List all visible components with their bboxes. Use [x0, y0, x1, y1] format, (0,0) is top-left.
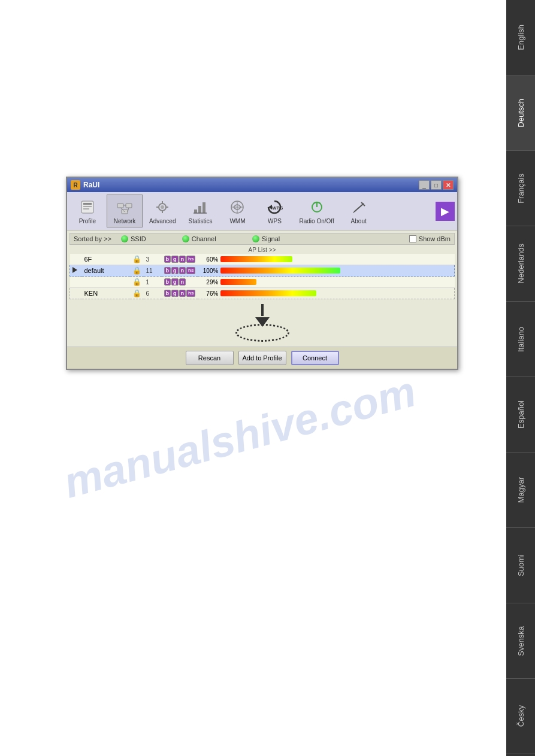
proto-n: n [179, 278, 186, 286]
show-dbm-checkbox[interactable] [409, 235, 416, 242]
about-icon [349, 198, 368, 217]
next-arrow-button[interactable]: ▶ [436, 202, 455, 221]
advanced-label: Advanced [149, 218, 176, 224]
row-signal-cell: 76% [198, 288, 454, 299]
row-channel: 11 [144, 265, 162, 277]
lang-tab-italiano[interactable]: Italiano [506, 302, 535, 377]
proto-g: g [171, 256, 179, 263]
row-indicator [70, 265, 82, 277]
connect-button[interactable]: Connect [291, 351, 339, 365]
lang-tab-cesky[interactable]: Česky [506, 679, 535, 754]
lang-label-italiano: Italiano [516, 327, 525, 352]
show-dbm-option[interactable]: Show dBm [409, 235, 451, 242]
profile-label: Profile [79, 218, 96, 224]
about-label: About [351, 218, 367, 224]
channel-header: Channel [182, 235, 216, 242]
lang-label-suomi: Suomi [516, 554, 525, 576]
svg-rect-4 [117, 204, 123, 208]
table-row[interactable]: KEN 🔒 6 b g n hs [70, 288, 455, 299]
lang-tab-nederlands[interactable]: Nederlands [506, 226, 535, 302]
lang-tab-francais[interactable]: Français [506, 151, 535, 226]
lang-tab-magyar[interactable]: Magyar [506, 453, 535, 528]
row-channel: 6 [144, 288, 162, 299]
signal-bar [220, 290, 316, 296]
title-bar: R RaUI _ □ ✕ [67, 178, 457, 192]
row-lock: 🔒 [130, 277, 144, 288]
proto-n: n [179, 267, 186, 274]
maximize-button[interactable]: □ [431, 180, 442, 190]
row-protocols: b g n hs [162, 265, 198, 277]
svg-rect-18 [202, 202, 205, 213]
ap-list-header: AP List >> [69, 246, 455, 254]
row-ssid: 6F [82, 254, 130, 265]
svg-rect-17 [198, 206, 201, 213]
wmm-icon [228, 198, 247, 217]
lang-label-deutsch: Deutsch [516, 99, 525, 127]
lang-tab-suomi[interactable]: Suomi [506, 528, 535, 603]
svg-marker-29 [353, 212, 354, 213]
proto-g: g [171, 267, 179, 274]
toolbar-wmm-button[interactable]: WMM [219, 195, 255, 227]
proto-b: b [164, 278, 171, 286]
svg-text:WPS: WPS [272, 205, 283, 211]
add-to-profile-button[interactable]: Add to Profile [238, 351, 286, 365]
proto-hs: hs [186, 290, 195, 297]
next-arrow-icon: ▶ [441, 205, 449, 218]
selected-indicator [72, 267, 77, 273]
signal-percent: 76% [200, 290, 218, 297]
watermark-text: manualshive.com [59, 366, 421, 508]
lang-tab-espanol[interactable]: Español [506, 377, 535, 453]
toolbar-wps-button[interactable]: WPS WPS [256, 195, 292, 227]
network-icon [115, 198, 134, 217]
rescan-button[interactable]: Rescan [186, 351, 234, 365]
statistics-icon [191, 198, 210, 217]
title-bar-controls: _ □ ✕ [419, 180, 454, 190]
toolbar-about-button[interactable]: About [341, 195, 377, 227]
proto-n: n [179, 256, 186, 263]
radio-onoff-label: Radio On/Off [299, 218, 334, 224]
svg-rect-3 [83, 208, 89, 210]
toolbar-statistics-button[interactable]: Statistics [182, 195, 218, 227]
toolbar-radio-onoff-button[interactable]: Radio On/Off [294, 195, 339, 227]
lang-label-cesky: Česky [516, 705, 525, 727]
table-row[interactable]: 6F 🔒 3 b g n hs [70, 254, 455, 265]
table-row[interactable]: 🔒 1 b g n 29% [70, 277, 455, 288]
lock-icon: 🔒 [132, 255, 141, 263]
arrow-down-area [69, 299, 455, 344]
advanced-icon [153, 198, 172, 217]
signal-header: Signal [252, 235, 280, 242]
table-row[interactable]: default 🔒 11 b g n hs [70, 265, 455, 277]
row-lock: 🔒 [130, 254, 144, 265]
wps-icon: WPS [265, 198, 284, 217]
row-signal-cell: 60% [198, 254, 454, 265]
row-protocols: b g n hs [162, 288, 198, 299]
toolbar-profile-button[interactable]: Profile [69, 195, 105, 227]
row-ssid: KEN [82, 288, 130, 299]
lang-label-english: English [516, 25, 525, 50]
wmm-label: WMM [229, 218, 245, 224]
lang-tab-english[interactable]: English [506, 0, 535, 75]
svg-line-27 [354, 204, 364, 212]
channel-label: Channel [192, 235, 216, 242]
lang-tab-deutsch[interactable]: Deutsch [506, 75, 535, 151]
minimize-button[interactable]: _ [419, 180, 430, 190]
lock-icon: 🔒 [132, 289, 141, 297]
row-lock: 🔒 [130, 265, 144, 277]
row-signal-cell: 29% [198, 277, 454, 288]
row-ssid [82, 277, 130, 288]
lock-icon: 🔒 [132, 266, 141, 275]
close-button[interactable]: ✕ [443, 180, 454, 190]
proto-hs: hs [186, 267, 195, 274]
toolbar-network-button[interactable]: Network [107, 195, 143, 227]
connect-highlight-ellipse [235, 324, 289, 342]
network-label: Network [114, 218, 136, 224]
channel-dot [182, 235, 189, 242]
lang-tab-svenska[interactable]: Svenska [506, 603, 535, 679]
app-icon: R [71, 180, 80, 190]
row-ssid: default [82, 265, 130, 277]
row-indicator [70, 254, 82, 265]
ssid-label: SSID [131, 235, 146, 242]
toolbar-advanced-button[interactable]: Advanced [144, 195, 181, 227]
show-dbm-label: Show dBm [419, 235, 451, 242]
lang-label-magyar: Magyar [516, 477, 525, 503]
